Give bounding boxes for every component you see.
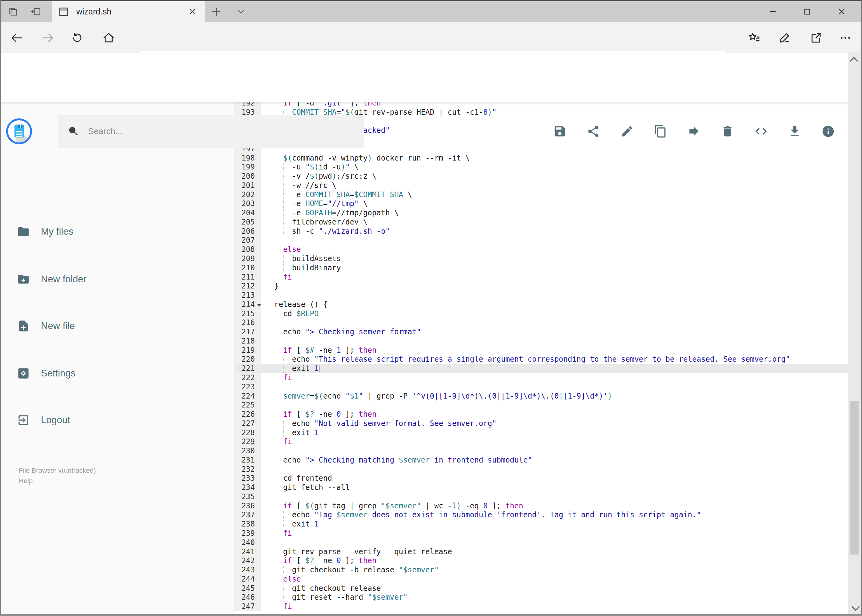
move-button[interactable] xyxy=(687,124,701,138)
hub-button[interactable] xyxy=(747,31,761,45)
code-line-227[interactable]: 227 echo "Not valid semver format. See s… xyxy=(234,419,848,428)
edit-button[interactable] xyxy=(620,124,633,138)
code-text: buildBinary xyxy=(261,264,341,273)
code-line-207[interactable]: 207 xyxy=(234,236,848,245)
line-number: 245 xyxy=(234,584,261,593)
search-input[interactable] xyxy=(87,126,364,137)
code-text: -w //src \ xyxy=(261,181,336,190)
code-line-192[interactable]: 192 if [ -d ".git" ]; then xyxy=(234,102,848,108)
line-number: 221 xyxy=(234,364,261,373)
code-line-230[interactable]: 230 xyxy=(234,446,848,456)
code-line-206[interactable]: 206 sh -c "./wizard.sh -b" xyxy=(234,227,848,236)
code-line-246[interactable]: 246 git reset --hard "$semver" xyxy=(234,593,848,602)
code-line-220[interactable]: 220 echo "This release script requires a… xyxy=(234,355,848,364)
code-line-216[interactable]: 216 xyxy=(234,318,848,327)
share-button[interactable] xyxy=(586,124,600,138)
code-line-223[interactable]: 223 xyxy=(234,383,848,392)
code-line-242[interactable]: 242 if [ $? -ne 0 ]; then xyxy=(234,556,848,566)
home-button[interactable] xyxy=(102,31,116,45)
code-line-214[interactable]: 214release () { xyxy=(234,300,848,310)
search-bar[interactable] xyxy=(58,115,364,148)
download-button[interactable] xyxy=(788,124,801,138)
sidebar-item-new-file[interactable]: New file xyxy=(1,315,234,337)
tab-close-button[interactable] xyxy=(186,5,199,19)
code-line-211[interactable]: 211 fi xyxy=(234,273,848,282)
code-line-231[interactable]: 231 echo "> Checking matching $semver in… xyxy=(234,456,848,465)
code-line-205[interactable]: 205 filebrowser/dev \ xyxy=(234,218,848,227)
code-line-243[interactable]: 243 git checkout -b release "$semver" xyxy=(234,566,848,575)
maximize-button[interactable] xyxy=(790,1,824,22)
code-line-219[interactable]: 219 if [ $# -ne 1 ]; then xyxy=(234,346,848,355)
tab-preview-button[interactable] xyxy=(2,1,24,22)
code-line-199[interactable]: 199 -u "$(id -u)" \ xyxy=(234,163,848,172)
page-scrollbar[interactable] xyxy=(848,53,861,614)
code-line-240[interactable]: 240 xyxy=(234,538,848,547)
code-line-224[interactable]: 224 semver=$(echo "$1" | grep -P '^v(0|[… xyxy=(234,392,848,401)
share-icon xyxy=(586,124,600,138)
browser-tab[interactable]: wizard.sh xyxy=(52,1,205,22)
code-line-202[interactable]: 202 -e COMMIT_SHA=$COMMIT_SHA \ xyxy=(234,190,848,200)
code-line-208[interactable]: 208 else xyxy=(234,245,848,255)
code-line-239[interactable]: 239 fi xyxy=(234,529,848,538)
code-line-213[interactable]: 213 xyxy=(234,291,848,300)
app-logo[interactable] xyxy=(6,118,32,144)
info-button[interactable] xyxy=(821,124,835,138)
code-line-228[interactable]: 228 exit 1 xyxy=(234,428,848,438)
code-line-218[interactable]: 218 xyxy=(234,337,848,346)
code-line-238[interactable]: 238 exit 1 xyxy=(234,520,848,529)
code-line-232[interactable]: 232 xyxy=(234,465,848,474)
code-line-203[interactable]: 203 -e HOME="//tmp" \ xyxy=(234,199,848,209)
browser-menu-button[interactable] xyxy=(838,31,853,45)
scroll-up-button[interactable] xyxy=(848,53,861,67)
new-tab-button[interactable] xyxy=(206,1,227,22)
code-line-233[interactable]: 233 cd frontend xyxy=(234,474,848,483)
forward-button[interactable] xyxy=(41,31,55,45)
set-tabs-aside-button[interactable] xyxy=(25,1,47,22)
close-window-button[interactable] xyxy=(824,1,859,22)
web-note-button[interactable] xyxy=(778,31,792,45)
code-line-244[interactable]: 244 else xyxy=(234,575,848,584)
code-line-225[interactable]: 225 xyxy=(234,401,848,410)
code-editor[interactable]: 192 if [ -d ".git" ]; then193 COMMIT_SHA… xyxy=(234,102,848,614)
code-text: fi xyxy=(261,273,292,282)
code-line-212[interactable]: 212} xyxy=(234,282,848,291)
back-button[interactable] xyxy=(10,31,24,45)
scroll-down-button[interactable] xyxy=(848,600,861,614)
code-line-215[interactable]: 215 cd $REPO xyxy=(234,310,848,319)
minimize-button[interactable] xyxy=(755,1,790,22)
code-line-209[interactable]: 209 buildAssets xyxy=(234,255,848,264)
code-line-234[interactable]: 234 git fetch --all xyxy=(234,483,848,492)
code-button[interactable] xyxy=(754,124,768,138)
help-link[interactable]: Help xyxy=(19,476,96,486)
delete-button[interactable] xyxy=(721,124,734,138)
tab-list-button[interactable] xyxy=(230,1,252,22)
code-line-237[interactable]: 237 echo "Tag $semver does not exist in … xyxy=(234,511,848,520)
code-line-217[interactable]: 217 echo "> Checking semver format" xyxy=(234,327,848,337)
code-line-200[interactable]: 200 -v /$(pwd):/src:z \ xyxy=(234,172,848,181)
code-line-245[interactable]: 245 git checkout release xyxy=(234,584,848,593)
copy-button[interactable] xyxy=(654,124,667,138)
line-number: 210 xyxy=(234,264,261,273)
code-line-201[interactable]: 201 -w //src \ xyxy=(234,181,848,190)
refresh-button[interactable] xyxy=(70,31,84,45)
code-line-222[interactable]: 222 fi xyxy=(234,373,848,383)
code-line-226[interactable]: 226 if [ $? -ne 0 ]; then xyxy=(234,410,848,419)
sidebar-item-new-folder[interactable]: New folder xyxy=(1,268,234,290)
fold-arrow-icon[interactable] xyxy=(257,304,261,306)
sidebar-item-logout[interactable]: Logout xyxy=(1,409,234,431)
line-number: 234 xyxy=(234,483,261,492)
save-button[interactable] xyxy=(553,124,567,138)
code-line-236[interactable]: 236 if [ $(git tag | grep "$semver" | wc… xyxy=(234,501,848,511)
code-line-235[interactable]: 235 xyxy=(234,492,848,501)
scrollbar-thumb[interactable] xyxy=(850,401,859,555)
code-line-210[interactable]: 210 buildBinary xyxy=(234,264,848,273)
share-page-button[interactable] xyxy=(809,31,823,45)
code-line-229[interactable]: 229 fi xyxy=(234,437,848,446)
sidebar-item-my-files[interactable]: My files xyxy=(1,220,234,243)
sidebar-item-settings[interactable]: Settings xyxy=(1,362,234,384)
code-line-247[interactable]: 247 fi xyxy=(234,602,848,611)
code-line-221[interactable]: 221 exit 1 xyxy=(234,364,848,373)
code-line-241[interactable]: 241 git rev-parse --verify --quiet relea… xyxy=(234,547,848,557)
code-line-198[interactable]: 198 $(command -v winpty) docker run --rm… xyxy=(234,154,848,163)
code-line-204[interactable]: 204 -e GOPATH=//tmp/gopath \ xyxy=(234,209,848,218)
